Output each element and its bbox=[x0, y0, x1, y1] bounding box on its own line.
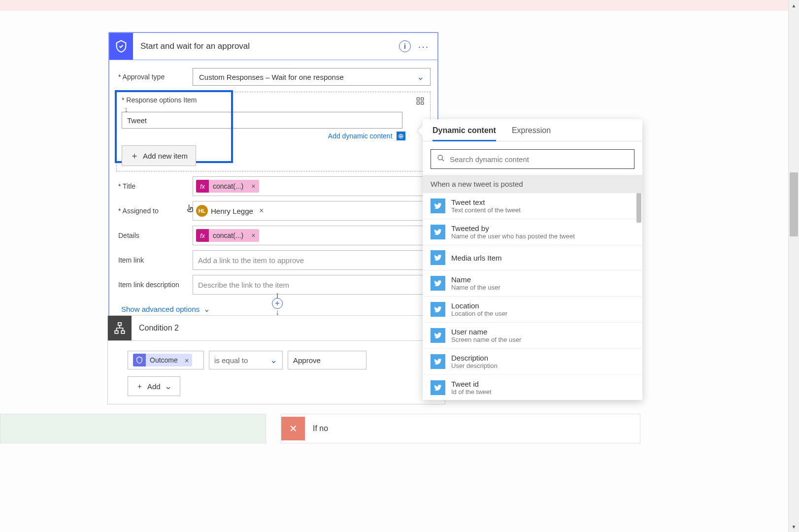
plus-icon: ＋ bbox=[130, 150, 139, 162]
item-desc: Text content of the tweet bbox=[451, 206, 521, 214]
item-link-label: Item link bbox=[116, 256, 193, 264]
item-title: Location bbox=[451, 301, 507, 310]
item-link-desc-input[interactable] bbox=[193, 275, 431, 295]
item-link-input[interactable] bbox=[193, 250, 431, 270]
if-no-label: If no bbox=[305, 424, 328, 433]
dynamic-content-item[interactable]: Tweet idId of the tweet bbox=[423, 375, 642, 400]
dynamic-content-item[interactable]: NameName of the user bbox=[423, 270, 642, 297]
item-title: Tweet id bbox=[451, 380, 492, 388]
user-pill[interactable]: HL Henry Legge × bbox=[196, 203, 267, 218]
outcome-pill[interactable]: Outcome × bbox=[133, 354, 192, 366]
more-menu-icon[interactable]: ··· bbox=[418, 40, 430, 52]
search-box[interactable] bbox=[431, 149, 634, 169]
card-title: Start and wait for an approval bbox=[133, 41, 399, 51]
tab-dynamic-content[interactable]: Dynamic content bbox=[433, 126, 496, 141]
item-desc: Location of the user bbox=[451, 310, 507, 317]
add-dynamic-badge-icon[interactable]: ⊕ bbox=[397, 132, 405, 140]
section-header: When a new tweet is posted bbox=[423, 175, 642, 193]
condition-icon bbox=[108, 316, 132, 340]
dynamic-content-item[interactable]: User nameScreen name of the user bbox=[423, 323, 642, 349]
item-desc: User description bbox=[451, 362, 498, 369]
dynamic-content-item[interactable]: DescriptionUser description bbox=[423, 349, 642, 375]
plus-icon: ＋ bbox=[136, 382, 143, 391]
if-yes-branch[interactable] bbox=[0, 414, 266, 443]
scroll-thumb[interactable] bbox=[636, 193, 641, 223]
response-options-label: * Response options Item bbox=[122, 96, 425, 104]
item-desc: Name of the user who has posted the twee… bbox=[451, 233, 575, 240]
dynamic-content-panel: Dynamic content Expression When a new tw… bbox=[423, 119, 642, 400]
item-desc: Name of the user bbox=[451, 284, 500, 291]
notification-banner bbox=[0, 0, 788, 11]
approval-action-card: Start and wait for an approval i ··· * A… bbox=[108, 32, 438, 326]
twitter-icon bbox=[431, 199, 445, 213]
remove-user-icon[interactable]: × bbox=[256, 206, 264, 215]
item-title: User name bbox=[451, 328, 521, 336]
approval-type-select[interactable]: Custom Responses – Wait for one response… bbox=[193, 68, 431, 86]
condition-value-2[interactable]: Approve bbox=[288, 351, 366, 369]
dynamic-content-item[interactable]: Tweet textText content of the tweet bbox=[423, 193, 642, 219]
scroll-thumb[interactable] bbox=[790, 172, 798, 236]
flow-connector: + ↓ bbox=[270, 293, 285, 318]
svg-rect-2 bbox=[417, 102, 419, 104]
fx-icon: fx bbox=[196, 229, 209, 242]
search-input[interactable] bbox=[450, 155, 628, 164]
condition-header[interactable]: Condition 2 bbox=[108, 316, 445, 341]
svg-rect-4 bbox=[118, 323, 122, 325]
svg-rect-1 bbox=[421, 98, 424, 100]
details-field[interactable]: fx concat(...) × bbox=[193, 226, 431, 245]
title-field[interactable]: fx concat(...) × bbox=[193, 176, 431, 196]
panel-scrollbar[interactable] bbox=[636, 193, 641, 400]
add-new-item-button[interactable]: ＋ Add new item bbox=[122, 145, 196, 166]
condition-value-1[interactable]: Outcome × bbox=[128, 351, 204, 369]
close-icon: ✕ bbox=[281, 417, 305, 440]
if-no-branch[interactable]: ✕ If no bbox=[281, 414, 640, 443]
add-step-button[interactable]: + bbox=[272, 298, 283, 309]
scroll-up-arrow[interactable]: ▲ bbox=[789, 0, 799, 11]
fx-expression-pill[interactable]: fx concat(...) × bbox=[196, 180, 259, 193]
approval-type-label: * Approval type bbox=[116, 73, 193, 81]
chevron-down-icon: ⌄ bbox=[270, 355, 277, 366]
twitter-icon bbox=[431, 225, 445, 239]
avatar: HL bbox=[196, 205, 208, 217]
svg-rect-0 bbox=[417, 98, 419, 100]
approval-icon bbox=[109, 33, 133, 60]
condition-operator-select[interactable]: is equal to ⌄ bbox=[209, 351, 283, 369]
response-options-box: * Response options Item 1 Add dynamic co… bbox=[116, 92, 431, 171]
dynamic-content-item[interactable]: LocationLocation of the user bbox=[423, 297, 642, 323]
scroll-down-arrow[interactable]: ▼ bbox=[789, 521, 799, 532]
dynamic-content-item[interactable]: Tweeted byName of the user who has poste… bbox=[423, 219, 642, 245]
show-advanced-toggle[interactable]: Show advanced options ⌄ bbox=[116, 299, 215, 316]
dynamic-content-item[interactable]: Media urls Item bbox=[423, 245, 642, 270]
add-condition-button[interactable]: ＋ Add ⌄ bbox=[128, 376, 180, 396]
assigned-to-label: * Assigned to bbox=[116, 207, 193, 215]
response-option-input[interactable] bbox=[122, 112, 402, 129]
panel-beak bbox=[418, 126, 423, 136]
switch-array-icon[interactable] bbox=[415, 96, 425, 106]
remove-pill-icon[interactable]: × bbox=[247, 232, 259, 239]
remove-pill-icon[interactable]: × bbox=[247, 182, 259, 190]
item-desc: Screen name of the user bbox=[451, 336, 521, 343]
search-icon bbox=[437, 154, 445, 164]
svg-rect-3 bbox=[421, 102, 424, 104]
item-title: Description bbox=[451, 354, 498, 362]
title-label: * Title bbox=[116, 182, 193, 190]
tab-expression[interactable]: Expression bbox=[512, 126, 551, 141]
details-label: Details bbox=[116, 232, 193, 239]
fx-expression-pill[interactable]: fx concat(...) × bbox=[196, 229, 259, 242]
outcome-icon bbox=[133, 354, 146, 366]
add-dynamic-content-link[interactable]: Add dynamic content bbox=[328, 132, 393, 140]
item-title: Media urls Item bbox=[451, 254, 502, 262]
vertical-scrollbar[interactable]: ▲ ▼ bbox=[788, 0, 799, 532]
chevron-down-icon: ⌄ bbox=[203, 304, 210, 314]
twitter-icon bbox=[431, 354, 445, 369]
chevron-down-icon: ⌄ bbox=[417, 71, 424, 82]
card-header[interactable]: Start and wait for an approval i ··· bbox=[109, 33, 437, 60]
twitter-icon bbox=[431, 302, 445, 317]
remove-pill-icon[interactable]: × bbox=[182, 356, 192, 365]
info-icon[interactable]: i bbox=[399, 40, 411, 52]
svg-point-7 bbox=[438, 155, 442, 160]
twitter-icon bbox=[431, 380, 445, 395]
fx-icon: fx bbox=[196, 180, 209, 193]
assigned-to-field[interactable]: HL Henry Legge × bbox=[193, 201, 431, 221]
twitter-icon bbox=[431, 328, 445, 343]
